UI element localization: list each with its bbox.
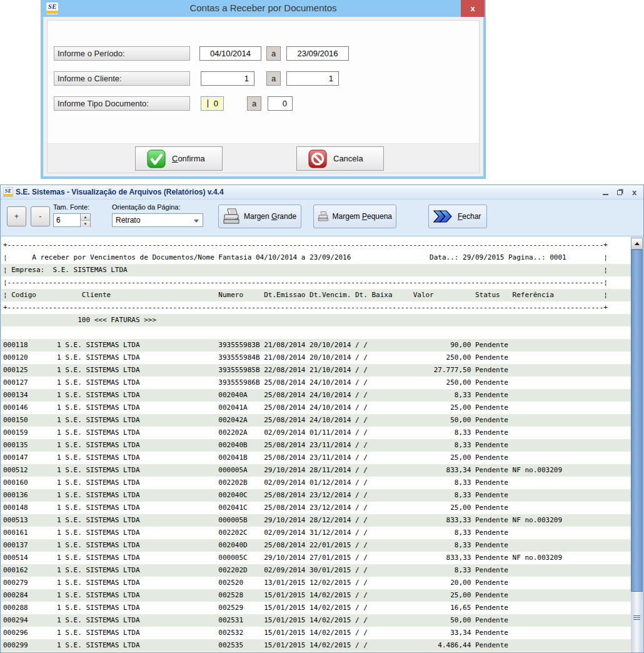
- orientation-label: Orientação da Página:: [112, 203, 180, 211]
- report-line: 000284 1 S.E. SISTEMAS LTDA 002528 15/01…: [1, 589, 631, 602]
- report-line: 000127 1 S.E. SISTEMAS LTDA 393555986B 2…: [1, 377, 631, 389]
- text-caret: [208, 99, 208, 108]
- report-line: 000161 1 S.E. SISTEMAS LTDA 002202C 02/0…: [1, 527, 631, 539]
- orientation-value: Retrato: [116, 216, 140, 225]
- font-size-stepper[interactable]: 6 ▲ ▼: [53, 213, 91, 227]
- period-from-input[interactable]: 04/10/2014: [199, 46, 261, 61]
- scrollbar-grip-icon: [633, 615, 640, 621]
- report-line: 000136 1 S.E. SISTEMAS LTDA 002040C 25/0…: [1, 489, 631, 502]
- report-line: 000294 1 S.E. SISTEMAS LTDA 002531 15/01…: [1, 614, 631, 627]
- report-line: ¦ A receber por Vencimentos de Documento…: [1, 251, 631, 264]
- spin-up-icon[interactable]: ▲: [81, 214, 90, 220]
- report-line: 000279 1 S.E. SISTEMAS LTDA 002520 13/01…: [1, 577, 631, 589]
- dialog-title: Contas a Receber por Documentos: [41, 3, 486, 13]
- scrollbar-thumb[interactable]: [631, 250, 643, 592]
- period-separator: a: [266, 46, 281, 61]
- doctype-separator: a: [247, 96, 261, 111]
- client-separator: a: [266, 71, 281, 86]
- cancel-label: Cancela: [333, 154, 363, 163]
- small-margin-button[interactable]: Margem Pequena: [313, 205, 396, 228]
- report-line: 000299 1 S.E. SISTEMAS LTDA 002535 15/01…: [1, 639, 631, 652]
- report-line: 000514 1 S.E. SISTEMAS LTDA 000005C 29/1…: [1, 552, 631, 564]
- viewer-title: S.E. Sistemas - Visualização de Arquivos…: [16, 188, 224, 196]
- report-line: ¦---------------------------------------…: [1, 276, 631, 289]
- report-line: 000125 1 S.E. SISTEMAS LTDA 393555985B 2…: [1, 364, 631, 377]
- arrow-right-icon: [433, 208, 454, 225]
- client-to-input[interactable]: 1: [286, 71, 339, 86]
- report-line: ¦ Empresa: S.E. SISTEMAS LTDA ¦: [1, 264, 631, 276]
- doctype-to-input[interactable]: 0: [268, 96, 293, 111]
- period-label: Informe o Período:: [54, 46, 190, 61]
- cancel-button[interactable]: Cancela: [296, 146, 384, 171]
- report-line: 000148 1 S.E. SISTEMAS LTDA 002041C 25/0…: [1, 502, 631, 514]
- report-line: ¦ Codigo Cliente Numero Dt.Emissao Dt.Ve…: [1, 289, 631, 301]
- report-line: 000512 1 S.E. SISTEMAS LTDA 000005A 29/1…: [1, 464, 631, 477]
- window-controls: x: [601, 185, 638, 200]
- scrollbar-track[interactable]: [631, 592, 643, 652]
- report-line: 000118 1 S.E. SISTEMAS LTDA 393555983B 2…: [1, 339, 631, 352]
- dialog-contas-receber: SE Contas a Receber por Documentos x Inf…: [41, 0, 486, 179]
- minimize-icon[interactable]: [601, 188, 610, 196]
- chevron-down-icon: [194, 220, 199, 223]
- large-margin-button[interactable]: Margen Grande: [218, 205, 301, 228]
- dialog-panel: Informe o Período: 04/10/2014 a 23/09/20…: [47, 20, 480, 173]
- spin-down-icon[interactable]: ▼: [81, 220, 90, 227]
- check-icon: [147, 149, 166, 168]
- confirm-label: Confirma: [172, 154, 205, 163]
- restore-icon[interactable]: [616, 188, 624, 196]
- close-viewer-button[interactable]: Fechar: [428, 205, 487, 228]
- report-line: +---------------------------------------…: [1, 301, 631, 314]
- close-icon[interactable]: x: [630, 188, 638, 196]
- viewer-titlebar: SE S.E. Sistemas - Visualização de Arqui…: [1, 185, 643, 200]
- report-line: 000288 1 S.E. SISTEMAS LTDA 002529 15/01…: [1, 602, 631, 614]
- report-line: 000159 1 S.E. SISTEMAS LTDA 002202A 02/0…: [1, 427, 631, 439]
- report-line: 000150 1 S.E. SISTEMAS LTDA 002042A 25/0…: [1, 414, 631, 427]
- report-line: 000162 1 S.E. SISTEMAS LTDA 002202D 02/0…: [1, 564, 631, 577]
- report-viewer-window: SE S.E. Sistemas - Visualização de Arqui…: [0, 185, 644, 653]
- orientation-select[interactable]: Retrato: [112, 213, 203, 227]
- doctype-label: Informe Tipo Documento:: [54, 96, 190, 111]
- doctype-from-input[interactable]: 0: [201, 96, 224, 111]
- zoom-in-button[interactable]: +: [7, 206, 26, 226]
- small-margin-label: Margem Pequena: [333, 212, 392, 221]
- period-to-input[interactable]: 23/09/2016: [286, 46, 349, 61]
- dialog-titlebar: SE Contas a Receber por Documentos x: [41, 0, 486, 17]
- client-label: Informe o Cliente:: [54, 71, 190, 86]
- report-line: 000135 1 S.E. SISTEMAS LTDA 002040B 25/0…: [1, 439, 631, 452]
- client-from-input[interactable]: 1: [201, 71, 254, 86]
- scroll-up-icon[interactable]: [631, 238, 643, 250]
- close-viewer-label: Fechar: [458, 212, 481, 221]
- report-body: +---------------------------------------…: [1, 236, 631, 652]
- large-margin-label: Margen Grande: [244, 212, 296, 221]
- prohibition-icon: [308, 149, 327, 168]
- font-size-label: Tam. Fonte:: [53, 203, 89, 211]
- app-logo-icon: SE: [3, 187, 13, 197]
- confirm-button[interactable]: Confirma: [135, 146, 223, 171]
- viewer-toolbar: + - Tam. Fonte: 6 ▲ ▼ Orientação da Pági…: [1, 200, 643, 236]
- report-line: [1, 326, 631, 339]
- report-line: +---------------------------------------…: [1, 239, 631, 251]
- zoom-out-button[interactable]: -: [31, 206, 50, 226]
- report-line: 100 <<< FATURAS >>>: [1, 314, 631, 326]
- close-icon[interactable]: x: [461, 0, 485, 17]
- report-line: 000146 1 S.E. SISTEMAS LTDA 002041A 25/0…: [1, 402, 631, 414]
- report-line: 000513 1 S.E. SISTEMAS LTDA 000005B 29/1…: [1, 514, 631, 527]
- report-line: 000120 1 S.E. SISTEMAS LTDA 393555984B 2…: [1, 352, 631, 364]
- dialog-button-bar: Confirma Cancela: [48, 143, 479, 173]
- dialog-body: Informe o Período: 04/10/2014 a 23/09/20…: [43, 17, 483, 176]
- report-line: 000134 1 S.E. SISTEMAS LTDA 002040A 25/0…: [1, 389, 631, 402]
- report-line: 000137 1 S.E. SISTEMAS LTDA 002040D 25/0…: [1, 539, 631, 552]
- printer-icon: [223, 208, 240, 225]
- report-line: 000160 1 S.E. SISTEMAS LTDA 002202B 02/0…: [1, 477, 631, 489]
- printer-icon: [318, 208, 329, 225]
- report-line: 000296 1 S.E. SISTEMAS LTDA 002532 15/01…: [1, 627, 631, 639]
- vertical-scrollbar: [631, 238, 643, 652]
- font-size-value: 6: [54, 214, 80, 226]
- report-line: 000147 1 S.E. SISTEMAS LTDA 002041B 25/0…: [1, 452, 631, 464]
